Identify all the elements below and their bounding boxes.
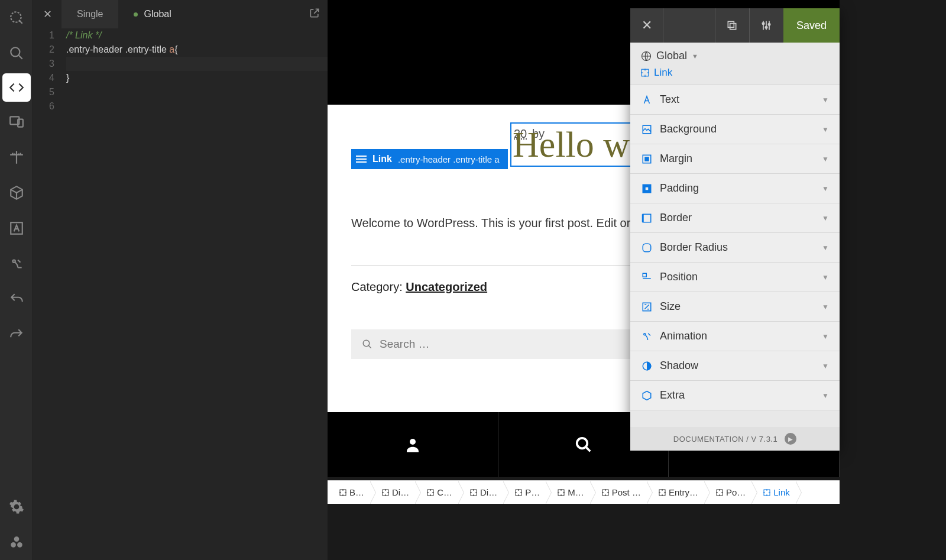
tool-typography-icon[interactable] — [0, 211, 33, 246]
selection-badge[interactable]: Link .entry-header .entry-title a — [351, 149, 508, 169]
svg-point-10 — [410, 439, 416, 445]
svg-point-25 — [766, 27, 767, 28]
inspector-item-shadow[interactable]: Shadow▼ — [630, 351, 840, 381]
line-gutter: 123456 — [33, 28, 61, 114]
breadcrumb-item[interactable]: C… — [415, 481, 458, 504]
svg-point-5 — [13, 260, 15, 263]
animation-icon — [641, 331, 653, 342]
padding-icon — [641, 183, 653, 194]
breadcrumb-item[interactable]: Po… — [704, 481, 751, 504]
tool-modules-icon[interactable] — [0, 525, 33, 560]
target-icon — [641, 69, 649, 77]
margin-icon — [641, 154, 653, 164]
svg-point-7 — [11, 542, 16, 548]
tool-settings-icon[interactable] — [0, 489, 33, 525]
inspector-item-border[interactable]: Border▼ — [630, 203, 840, 233]
tool-redo-icon[interactable] — [0, 317, 33, 352]
breadcrumb-item[interactable]: Entry… — [647, 481, 704, 504]
svg-point-6 — [14, 536, 20, 542]
svg-point-1 — [11, 47, 20, 56]
selection-path: .entry-header .entry-title a — [398, 154, 500, 164]
tab-global[interactable]: Global — [118, 0, 186, 28]
inspector-scope: Global ▼ Link — [630, 43, 840, 85]
breadcrumb-item[interactable]: M… — [546, 481, 590, 504]
tool-devices-icon[interactable] — [0, 104, 33, 140]
inspector-item-extra[interactable]: Extra▼ — [630, 381, 840, 410]
inspector-item-text[interactable]: Text▼ — [630, 85, 840, 115]
svg-point-24 — [763, 22, 764, 24]
close-inspector-icon[interactable]: ✕ — [630, 8, 663, 43]
svg-point-26 — [769, 24, 770, 25]
inspector-header: ✕ Saved — [630, 8, 840, 43]
svg-rect-33 — [645, 187, 649, 190]
account-icon[interactable] — [328, 412, 498, 477]
scope-global[interactable]: Global ▼ — [641, 50, 829, 62]
inspector-item-padding[interactable]: Padding▼ — [630, 174, 840, 203]
inspector-footer[interactable]: DOCUMENTATION / V 7.3.1 ▶ — [630, 427, 840, 451]
tool-search-icon[interactable] — [0, 35, 33, 71]
background-icon — [641, 124, 653, 135]
svg-rect-23 — [730, 24, 736, 30]
svg-rect-22 — [728, 21, 734, 27]
tool-ruler-icon[interactable] — [0, 140, 33, 175]
extra-icon — [641, 390, 653, 401]
breadcrumb-item[interactable]: P… — [503, 481, 546, 504]
breadcrumb-item[interactable]: Post … — [590, 481, 647, 504]
position-icon — [641, 272, 653, 283]
svg-point-9 — [363, 340, 370, 347]
scope-element[interactable]: Link — [641, 67, 829, 79]
inspector-item-border-radius[interactable]: Border Radius▼ — [630, 233, 840, 263]
svg-rect-31 — [645, 157, 649, 161]
selection-label: Link — [372, 154, 392, 164]
radius-icon — [641, 242, 653, 253]
code-comment: /* Link */ — [66, 30, 102, 40]
sliders-icon[interactable] — [749, 8, 783, 43]
tab-single[interactable]: Single — [61, 0, 118, 28]
search-placeholder: Search … — [380, 338, 429, 351]
tool-code-icon[interactable] — [2, 73, 31, 102]
code-area[interactable]: 123456 /* Link */ .entry-header .entry-t… — [33, 28, 328, 114]
close-editor-icon[interactable]: ✕ — [33, 8, 61, 21]
search-icon — [362, 339, 372, 349]
svg-point-11 — [576, 438, 587, 449]
inspector-panel: ✕ Saved Global ▼ Link Text▼ Background▼ … — [630, 8, 840, 451]
inspector-list: Text▼ Background▼ Margin▼ Padding▼ Borde… — [630, 85, 840, 427]
svg-point-37 — [644, 333, 646, 335]
size-icon — [641, 302, 653, 312]
saved-button[interactable]: Saved — [783, 8, 840, 43]
inspector-item-animation[interactable]: Animation▼ — [630, 322, 840, 351]
code-editor: ✕ Single Global 123456 /* Link */ .entry… — [33, 0, 328, 560]
menu-icon[interactable] — [356, 156, 367, 163]
tool-target-icon[interactable] — [0, 0, 33, 35]
copy-icon[interactable] — [715, 8, 749, 43]
doc-label: DOCUMENTATION / V 7.3.1 — [673, 435, 777, 444]
play-icon[interactable]: ▶ — [785, 433, 796, 445]
breadcrumb-item[interactable]: Di… — [370, 481, 415, 504]
category-link[interactable]: Uncategorized — [406, 280, 487, 293]
tool-animation-icon[interactable] — [0, 246, 33, 281]
inspector-item-margin[interactable]: Margin▼ — [630, 144, 840, 174]
svg-point-8 — [17, 542, 22, 548]
editor-tabs: ✕ Single Global — [33, 0, 328, 28]
tool-cube-icon[interactable] — [0, 175, 33, 211]
tool-sidebar — [0, 0, 33, 560]
inspector-item-size[interactable]: Size▼ — [630, 292, 840, 322]
svg-rect-34 — [643, 214, 651, 222]
chevron-down-icon: ▼ — [822, 96, 829, 104]
shadow-icon — [641, 361, 653, 371]
inspector-item-position[interactable]: Position▼ — [630, 263, 840, 292]
border-icon — [641, 213, 653, 224]
svg-rect-35 — [643, 244, 651, 252]
external-link-icon[interactable] — [309, 7, 320, 21]
inspector-item-background[interactable]: Background▼ — [630, 115, 840, 144]
text-icon — [641, 95, 653, 105]
tool-undo-icon[interactable] — [0, 281, 33, 317]
breadcrumb-item[interactable]: B… — [328, 481, 370, 504]
breadcrumbs: B… Di… C… Di… P… M… Post … Entry… Po… Li… — [328, 480, 840, 504]
breadcrumb-item[interactable]: Di… — [458, 481, 503, 504]
breadcrumb-item-active[interactable]: Link — [751, 481, 796, 504]
globe-icon — [641, 51, 652, 61]
